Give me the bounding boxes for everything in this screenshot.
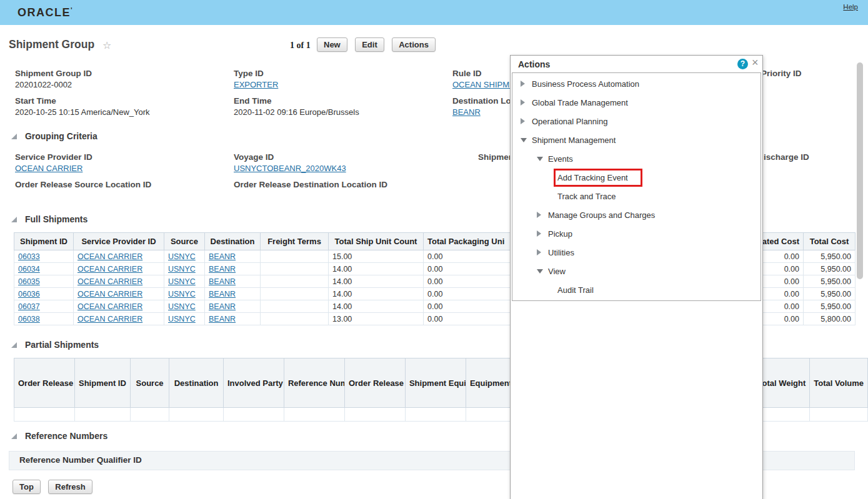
type-id-link[interactable]: EXPORTER [234, 80, 278, 89]
destination-location-link[interactable]: BEANR [452, 107, 481, 117]
field-priority-id: Priority ID [761, 69, 867, 79]
service-provider-link[interactable]: OCEAN CARRIER [77, 290, 142, 299]
source-link[interactable]: USNYC [168, 265, 196, 274]
shipment-id-link[interactable]: 06034 [18, 265, 40, 274]
col-source[interactable]: Source [130, 358, 169, 408]
source-link[interactable]: USNYC [168, 252, 196, 261]
source-link[interactable]: USNYC [168, 277, 196, 286]
tree-item-shipment-management[interactable]: Shipment Management [512, 131, 761, 149]
voyage-id-link[interactable]: USNYCTOBEANR_2020WK43 [234, 164, 346, 173]
tree-item-view[interactable]: View [512, 262, 761, 280]
shipment-id-link[interactable]: 06037 [18, 302, 40, 311]
tree-item-operational-planning[interactable]: Operational Planning [512, 112, 761, 131]
destination-link[interactable]: BEANR [209, 277, 236, 286]
collapsed-arrow-icon [521, 99, 525, 106]
record-counter: 1 of 1 [290, 41, 311, 51]
expanded-arrow-icon [537, 269, 543, 274]
service-provider-link[interactable]: OCEAN CARRIER [77, 265, 142, 274]
vertical-scrollbar[interactable] [857, 62, 863, 279]
edit-button[interactable]: Edit [355, 37, 384, 52]
field-type-id: Type ID EXPORTER [234, 69, 446, 90]
shipment-id-link[interactable]: 06038 [18, 315, 40, 324]
col-total-volume[interactable]: Total Volume [810, 358, 868, 408]
reference-numbers-header[interactable]: Reference Numbers [11, 431, 107, 441]
col-destination[interactable]: Destination [205, 233, 261, 250]
source-link[interactable]: USNYC [168, 315, 196, 324]
actions-popup: Actions ? × Business Process Automation … [510, 55, 763, 499]
top-button[interactable]: Top [12, 480, 41, 494]
service-provider-link[interactable]: OCEAN CARRIER [15, 164, 82, 173]
destination-link[interactable]: BEANR [209, 315, 236, 324]
col-total-cost[interactable]: Total Cost [804, 233, 856, 250]
shipment-id-link[interactable]: 06033 [18, 252, 40, 261]
header-buttons: New Edit Actions [317, 37, 441, 52]
field-end-time: End Time 2020-11-02 09:16 Europe/Brussel… [234, 96, 446, 117]
tree-item-manage-groups-and-charges[interactable]: Manage Groups and Charges [512, 205, 761, 224]
destination-link[interactable]: BEANR [209, 290, 236, 299]
collapsed-arrow-icon [521, 81, 525, 87]
tree-item-pickup[interactable]: Pickup [512, 224, 761, 243]
service-provider-link[interactable]: OCEAN CARRIER [77, 302, 142, 311]
shipment-id-link[interactable]: 06035 [18, 277, 40, 286]
source-link[interactable]: USNYC [168, 302, 196, 311]
actions-tree: Business Process Automation Global Trade… [512, 72, 761, 301]
add-tracking-event-highlight[interactable]: Add Tracking Event [554, 169, 642, 187]
page-title: Shipment Group [9, 38, 94, 51]
col-destination[interactable]: Destination [169, 358, 224, 408]
expanded-arrow-icon [537, 157, 543, 161]
service-provider-link[interactable]: OCEAN CARRIER [77, 252, 142, 261]
destination-link[interactable]: BEANR [209, 252, 236, 261]
col-shipment-equipment[interactable]: Shipment Equipment [405, 358, 466, 408]
col-involved-party[interactable]: Involved Party [223, 358, 284, 408]
field-order-release-source: Order Release Source Location ID [15, 180, 227, 190]
refresh-button[interactable]: Refresh [48, 480, 92, 494]
tree-item-audit-trail[interactable]: Audit Trail [512, 280, 761, 299]
new-button[interactable]: New [317, 37, 347, 52]
col-freight-terms[interactable]: Freight Terms [261, 233, 329, 250]
col-shipment-id[interactable]: Shipment ID [14, 233, 74, 250]
col-reference-number[interactable]: Reference Number [284, 358, 344, 408]
footer-buttons: Top Refresh [12, 480, 97, 494]
partial-shipments-header[interactable]: Partial Shipments [11, 340, 99, 350]
collapsed-arrow-icon [537, 230, 541, 237]
favorite-star-icon[interactable]: ☆ [102, 39, 111, 51]
section-collapse-icon [11, 217, 17, 222]
section-collapse-icon [11, 433, 17, 439]
close-icon[interactable]: × [752, 56, 759, 69]
field-shipment-group-id: Shipment Group ID 20201022-0002 [15, 69, 227, 90]
col-shipment-id[interactable]: Shipment ID [75, 358, 131, 408]
tree-item-utilities[interactable]: Utilities [512, 243, 761, 262]
destination-link[interactable]: BEANR [209, 265, 236, 274]
destination-link[interactable]: BEANR [209, 302, 236, 311]
grouping-criteria-header[interactable]: Grouping Criteria [11, 131, 97, 141]
col-total-ship-unit-count[interactable]: Total Ship Unit Count [329, 233, 424, 250]
shipment-id-link[interactable]: 06036 [18, 290, 40, 299]
field-order-release-destination: Order Release Destination Location ID [234, 180, 446, 190]
full-shipments-header[interactable]: Full Shipments [11, 214, 87, 224]
service-provider-link[interactable]: OCEAN CARRIER [77, 277, 142, 286]
source-link[interactable]: USNYC [168, 290, 196, 299]
field-service-provider-id: Service Provider ID OCEAN CARRIER [15, 152, 227, 174]
tree-item-add-tracking-event[interactable]: Add Tracking Event [512, 168, 761, 187]
col-service-provider-id[interactable]: Service Provider ID [74, 233, 164, 250]
col-order-release-id[interactable]: Order Release ID [14, 358, 75, 408]
actions-button[interactable]: Actions [392, 37, 436, 52]
service-provider-link[interactable]: OCEAN CARRIER [77, 315, 142, 324]
actions-popup-title: Actions [518, 59, 550, 69]
help-icon[interactable]: ? [737, 59, 748, 69]
col-order-release-line[interactable]: Order Release Line [344, 358, 405, 408]
tree-item-track-and-trace[interactable]: Track and Trace [512, 187, 761, 205]
section-collapse-icon [11, 134, 17, 139]
section-collapse-icon [11, 342, 17, 348]
help-link[interactable]: Help [843, 3, 858, 11]
tree-item-business-process-automation[interactable]: Business Process Automation [512, 74, 761, 93]
tree-item-global-trade-management[interactable]: Global Trade Management [512, 93, 761, 112]
collapsed-arrow-icon [537, 249, 541, 255]
oracle-logo: ORACLE [17, 6, 73, 19]
shipment-group-page: ORACLE Help Shipment Group ☆ 1 of 1 New … [0, 0, 868, 499]
tree-item-events[interactable]: Events [512, 149, 761, 168]
col-source[interactable]: Source [164, 233, 205, 250]
field-start-time: Start Time 2020-10-25 10:15 America/New_… [15, 96, 227, 117]
collapsed-arrow-icon [537, 212, 541, 218]
top-bar: ORACLE Help [0, 0, 868, 25]
